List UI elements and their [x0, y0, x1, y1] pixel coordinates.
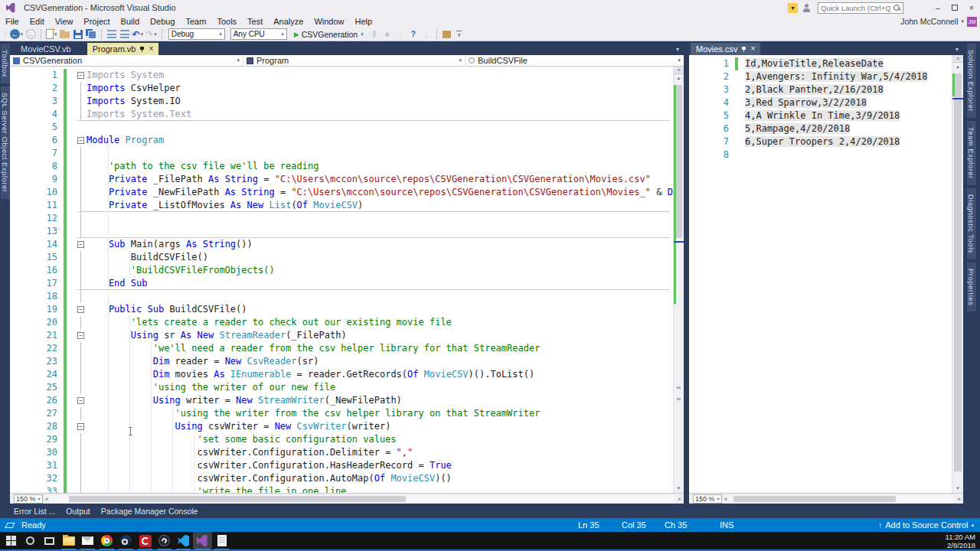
- pin-icon[interactable]: [139, 46, 145, 53]
- save-button[interactable]: [73, 28, 83, 41]
- solution-platform-dropdown[interactable]: Any CPU▾: [230, 28, 287, 40]
- background-tasks-icon[interactable]: [6, 518, 14, 532]
- start-debugging-button[interactable]: ▶ CSVGeneration ▾: [291, 28, 367, 41]
- fold-collapse-button[interactable]: −: [77, 137, 84, 144]
- steam-icon[interactable]: [116, 532, 136, 549]
- mail-icon[interactable]: [78, 532, 97, 549]
- avatar[interactable]: JM: [967, 17, 977, 27]
- scroll-right-button[interactable]: ▸: [956, 496, 963, 502]
- new-project-button[interactable]: ▾: [46, 28, 57, 41]
- navigate-backward-in-text-button[interactable]: [106, 28, 117, 41]
- scroll-left-button[interactable]: ◂: [722, 496, 730, 502]
- scrollbar-thumb[interactable]: [69, 496, 407, 502]
- fold-collapse-button[interactable]: −: [77, 306, 84, 313]
- user-account[interactable]: John McConnell ▾ JM: [900, 15, 977, 28]
- tab-moviecsv-vb[interactable]: MovieCSV.vb: [15, 43, 77, 55]
- scrollbar-thumb[interactable]: [733, 496, 896, 502]
- scroll-up-button[interactable]: ▲: [952, 63, 963, 71]
- undo-button[interactable]: ↶▾: [132, 28, 144, 41]
- redo-button[interactable]: ↷▾: [145, 28, 157, 41]
- menu-analyze[interactable]: Analyze: [268, 16, 309, 27]
- scroll-down-button[interactable]: ▼: [674, 484, 684, 493]
- vertical-scrollbar[interactable]: ≡ ▲ ▼: [952, 55, 963, 493]
- taskbar-clock[interactable]: 11:20 AM 2/8/2018: [946, 533, 975, 549]
- vertical-scrollbar[interactable]: ≡ ▲ ▼: [673, 67, 684, 493]
- menu-view[interactable]: View: [50, 16, 79, 27]
- obs-studio-icon[interactable]: [155, 532, 174, 549]
- visual-studio-icon[interactable]: [193, 532, 212, 549]
- search-icon[interactable]: [21, 532, 40, 549]
- fold-collapse-button[interactable]: −: [77, 72, 84, 79]
- quick-launch-box[interactable]: [818, 2, 903, 14]
- side-tab-toolbox[interactable]: Toolbox: [1, 44, 10, 83]
- send-feedback-icon[interactable]: [802, 3, 812, 12]
- minimize-button[interactable]: –: [929, 1, 946, 15]
- menu-team[interactable]: Team: [181, 16, 212, 27]
- side-tab-properties[interactable]: Properties: [967, 262, 976, 311]
- menu-debug[interactable]: Debug: [145, 16, 180, 27]
- csv-editor-surface[interactable]: 1Id,MovieTitle,ReleaseDate21,Avengers: I…: [689, 55, 963, 493]
- restore-button[interactable]: [946, 1, 963, 15]
- notifications-icon[interactable]: ▼: [788, 3, 798, 13]
- document-list-dropdown[interactable]: ▾: [956, 46, 959, 53]
- menu-build[interactable]: Build: [116, 16, 145, 27]
- menu-help[interactable]: Help: [350, 16, 378, 27]
- document-list-dropdown[interactable]: ▾: [676, 46, 679, 53]
- notepad-icon[interactable]: [212, 532, 231, 549]
- breadcrumb-type-dropdown[interactable]: Program ▾: [243, 55, 466, 67]
- zoom-level-dropdown[interactable]: 150 %▾: [14, 494, 43, 504]
- scrollbar-thumb[interactable]: [954, 73, 962, 471]
- menu-project[interactable]: Project: [78, 16, 115, 27]
- menu-tools[interactable]: Tools: [211, 16, 242, 27]
- navigate-forward-in-text-button[interactable]: [119, 28, 130, 41]
- scroll-up-button[interactable]: ▲: [674, 74, 684, 83]
- file-explorer-icon[interactable]: [59, 532, 78, 549]
- scroll-down-button[interactable]: ▼: [952, 484, 963, 493]
- fold-collapse-button[interactable]: −: [77, 332, 84, 339]
- find-in-files-button[interactable]: [442, 28, 452, 41]
- fold-collapse-button[interactable]: −: [77, 397, 84, 404]
- fold-collapse-button[interactable]: −: [77, 423, 84, 430]
- code-editor-surface[interactable]: 1−Imports System2Imports CsvHelper3Impor…: [10, 67, 684, 493]
- tab-program-vb[interactable]: Program.vb ×: [87, 43, 159, 55]
- toolbar-grip[interactable]: ⁞: [5, 31, 6, 38]
- close-tab-icon[interactable]: ×: [750, 45, 755, 53]
- scrollbar-thumb[interactable]: [675, 85, 682, 238]
- chrome-icon[interactable]: [97, 532, 116, 549]
- toolbar-overflow-button[interactable]: ▾: [456, 31, 462, 38]
- splitter-handle[interactable]: ≡: [674, 67, 684, 74]
- step-over-button[interactable]: ?: [408, 28, 419, 41]
- csv-lines[interactable]: 1Id,MovieTitle,ReleaseDate21,Avengers: I…: [689, 55, 952, 493]
- screen-recorder-icon[interactable]: [136, 532, 155, 549]
- add-to-source-control-button[interactable]: ↑ Add to Source Control ▴: [878, 518, 974, 532]
- menu-test[interactable]: Test: [242, 16, 268, 27]
- breadcrumb-project-dropdown[interactable]: CSVGeneration ▾: [10, 55, 243, 67]
- navigate-back-button[interactable]: ←▾: [10, 28, 24, 41]
- side-tab-solution-explorer[interactable]: Solution Explorer: [967, 44, 976, 118]
- navigate-forward-button[interactable]: →: [25, 28, 36, 41]
- more-debug-button[interactable]: ⋮: [421, 28, 432, 41]
- menu-window[interactable]: Window: [309, 16, 349, 27]
- scroll-right-button[interactable]: ▸: [676, 496, 684, 502]
- pane-splitter[interactable]: [684, 41, 689, 504]
- start-icon[interactable]: [2, 532, 21, 549]
- menu-edit[interactable]: Edit: [24, 16, 50, 27]
- splitter-handle[interactable]: ≡: [952, 55, 963, 63]
- code-lines[interactable]: 1−Imports System2Imports CsvHelper3Impor…: [10, 67, 673, 493]
- breadcrumb-member-dropdown[interactable]: BuildCSVFile ▾: [466, 55, 684, 67]
- menu-file[interactable]: File: [0, 16, 24, 27]
- open-file-button[interactable]: [60, 28, 70, 41]
- pin-icon[interactable]: [741, 46, 746, 53]
- stop-button[interactable]: ■: [382, 28, 393, 41]
- side-tab-diagnostic-tools[interactable]: Diagnostic Tools: [967, 188, 976, 259]
- step-into-button[interactable]: ↓: [395, 28, 406, 41]
- horizontal-scrollbar[interactable]: [729, 495, 954, 503]
- dock-tab-output[interactable]: Output: [66, 507, 90, 516]
- zoom-level-dropdown[interactable]: 150 %▾: [693, 494, 722, 504]
- close-button[interactable]: ×: [963, 1, 980, 15]
- dock-tab-error-list-[interactable]: Error List ...: [14, 507, 55, 516]
- close-tab-icon[interactable]: ×: [149, 45, 153, 53]
- scroll-left-button[interactable]: ◂: [43, 496, 51, 502]
- tab-movies-csv[interactable]: Movies.csv ×: [691, 43, 760, 55]
- quick-launch-input[interactable]: [818, 4, 893, 12]
